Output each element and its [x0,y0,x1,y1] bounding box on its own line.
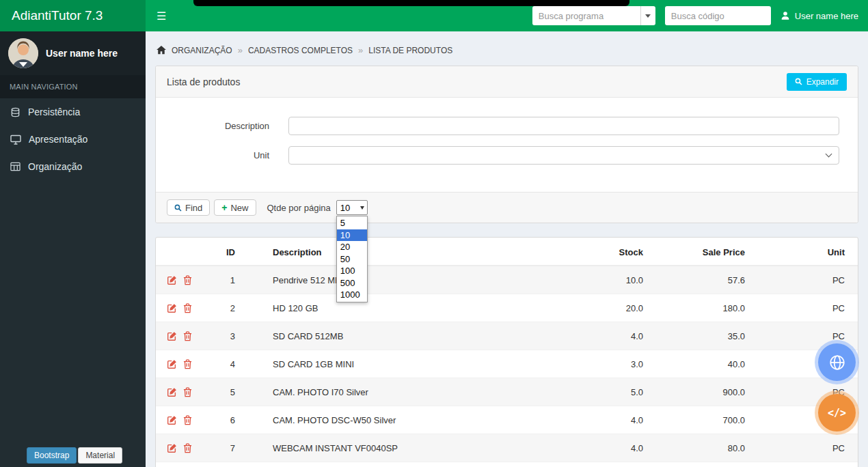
code-fab-button[interactable]: </> [818,394,856,431]
description-field-row: Description [167,117,839,135]
cell-unit: PC [758,294,858,322]
stock-column-header[interactable]: Stock [519,238,655,266]
cell-stock: 10.0 [519,266,655,294]
actions-column-header [156,238,194,266]
breadcrumb-separator: » [358,45,363,55]
cell-id: 5 [194,378,242,406]
description-input[interactable] [288,117,839,135]
delete-icon[interactable] [183,359,192,369]
cell-unit: PC [758,266,858,294]
sidebar-user-panel: User name here [0,31,146,75]
material-theme-button[interactable]: Material [78,447,122,464]
theme-switcher: Bootstrap Material [27,447,122,464]
hamburger-icon[interactable]: ☰ [146,10,177,23]
search-icon [174,204,182,212]
cell-sale-price: 57.6 [655,266,758,294]
table-header-row: ID Description Stock Sale Price Unit [156,238,858,266]
cell-sale-price: 900.0 [655,378,758,406]
expand-button[interactable]: Expandir [787,73,847,91]
chevron-down-icon [640,6,655,25]
cell-description: WEBCAM INSTANT VF0040SP [242,434,519,462]
new-button[interactable]: + New [214,199,256,216]
cell-stock: 3.0 [519,350,655,378]
delete-icon[interactable] [183,331,192,341]
page-size-control: 10 5 10 20 50 100 500 1000 [336,200,368,215]
page-size-dropdown: 5 10 20 50 100 500 1000 [336,216,368,302]
unit-column-header[interactable]: Unit [758,238,858,266]
sidebar-item-persistencia[interactable]: Persistência [0,98,146,126]
delete-icon[interactable] [183,443,192,453]
cell-description: SD CARD 1GB MINI [242,350,519,378]
breadcrumb: ORGANIZAÇÃO » CADASTROS COMPLETOS » LIST… [157,45,857,55]
sidebar-item-apresentacao[interactable]: Apresentação [0,126,146,153]
breadcrumb-item[interactable]: ORGANIZAÇÃO [172,46,232,55]
database-icon [10,107,21,117]
dropdown-option[interactable]: 1000 [337,289,367,301]
edit-icon[interactable] [167,303,177,313]
sidebar-item-label: Apresentação [29,134,87,145]
dropdown-option[interactable]: 500 [337,277,367,289]
description-label: Description [167,121,269,131]
sale-price-column-header[interactable]: Sale Price [655,238,758,266]
delete-icon[interactable] [183,303,192,313]
user-menu[interactable]: User name here [781,11,858,21]
edit-icon[interactable] [167,415,177,425]
dropdown-option[interactable]: 20 [337,241,367,253]
delete-icon[interactable] [183,275,192,285]
edit-icon[interactable] [167,275,177,285]
cell-unit [758,462,858,467]
sidebar-item-organizacao[interactable]: Organização [0,153,146,180]
find-button-label: Find [185,203,202,213]
table-row: 2 HD 120 GB 20.0 180.0 PC [156,294,858,322]
dropdown-option[interactable]: 100 [337,265,367,277]
cell-sale-price: 700.0 [655,406,758,434]
page-size-label: Qtde por página [267,203,331,213]
products-table: ID Description Stock Sale Price Unit 1 P… [156,238,858,467]
globe-fab-button[interactable] [818,343,856,381]
search-icon [795,78,802,85]
home-icon[interactable] [157,46,166,55]
bootstrap-theme-button[interactable]: Bootstrap [27,447,77,464]
cell-sale-price [655,462,758,467]
delete-icon[interactable] [183,387,192,397]
edit-icon[interactable] [167,443,177,453]
program-search-select[interactable]: Busca programa [532,6,655,25]
globe-icon [828,354,846,371]
brand-logo[interactable]: AdiantiTutor 7.3 [0,0,146,31]
chevron-down-icon [360,206,364,210]
dropdown-option[interactable]: 50 [337,253,367,266]
code-search-input[interactable] [665,6,771,25]
expand-button-label: Expandir [806,77,839,87]
user-icon [781,11,790,20]
sidebar-item-label: Persistência [28,107,80,117]
cell-id: 4 [194,350,242,378]
breadcrumb-item[interactable]: CADASTROS COMPLETOS [248,46,353,55]
unit-field-row: Unit [167,146,839,165]
program-search-placeholder: Busca programa [532,11,640,21]
edit-icon[interactable] [167,331,177,341]
cell-description: CAM. PHOTO I70 Silver [242,378,519,406]
page-size-select[interactable]: 10 [336,200,368,215]
table-row: 8 [156,462,858,467]
cell-id: 2 [194,294,242,322]
dropdown-option[interactable]: 5 [337,217,367,229]
description-column-header[interactable]: Description [242,238,519,266]
cell-sale-price: 80.0 [655,434,758,462]
id-column-header[interactable]: ID [194,238,242,266]
delete-icon[interactable] [183,415,192,425]
cell-stock: 5.0 [519,378,655,406]
sidebar: User name here MAIN NAVIGATION Persistên… [0,31,146,467]
cell-description [242,462,519,467]
breadcrumb-item[interactable]: LISTA DE PRODUTOS [368,46,452,55]
unit-select[interactable] [288,146,839,165]
unit-label: Unit [167,150,269,160]
breadcrumb-separator: » [238,45,243,55]
cell-id: 6 [194,406,242,434]
find-button[interactable]: Find [167,199,210,216]
desktop-icon [10,135,21,145]
edit-icon[interactable] [167,387,177,397]
plus-icon: + [221,203,227,212]
dropdown-option-selected[interactable]: 10 [337,229,367,242]
edit-icon[interactable] [167,359,177,369]
user-menu-label: User name here [795,11,858,21]
